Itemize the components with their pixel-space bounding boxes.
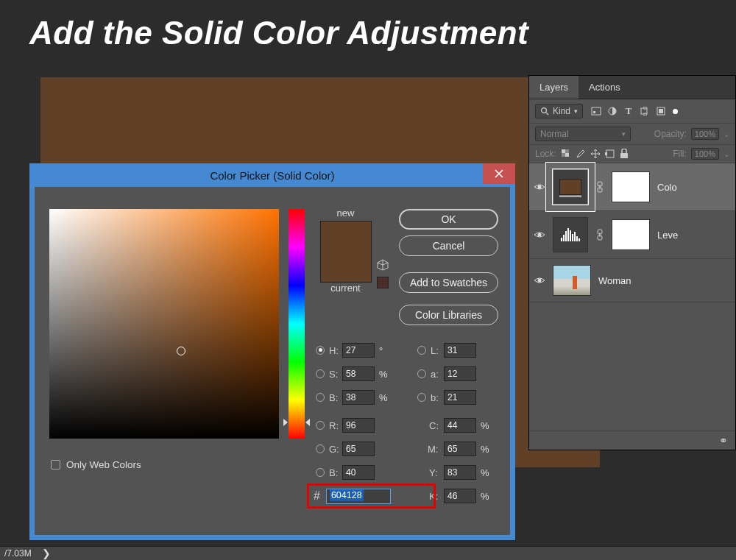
M-unit: % <box>481 444 489 455</box>
layer-mask-thumb[interactable] <box>612 219 650 250</box>
layer-row-woman[interactable]: Woman <box>529 259 735 302</box>
add-swatches-button[interactable]: Add to Swatches <box>399 272 498 293</box>
fill-input[interactable]: 100% <box>691 148 719 160</box>
R-field-row: R: <box>316 418 375 433</box>
L-radio[interactable] <box>417 346 426 355</box>
M-input[interactable] <box>444 442 476 456</box>
filter-toggle-icon[interactable] <box>673 109 678 114</box>
svg-rect-11 <box>565 153 569 157</box>
C-input[interactable] <box>444 418 476 433</box>
M-field-row: M: % <box>428 442 489 456</box>
hue-slider[interactable] <box>289 209 305 439</box>
lock-artboard-icon[interactable] <box>605 149 615 159</box>
lock-all-icon[interactable] <box>620 149 629 159</box>
filter-adjustment-icon[interactable] <box>606 106 618 116</box>
color-libraries-button[interactable]: Color Libraries <box>399 305 498 325</box>
blab-field-row: b: <box>417 390 476 405</box>
opacity-input[interactable]: 100% <box>691 128 719 140</box>
layer-row-levels[interactable]: Leve <box>529 211 735 259</box>
layer-thumb[interactable] <box>553 217 588 252</box>
new-color-swatch[interactable] <box>321 221 371 252</box>
Y-input[interactable] <box>444 465 476 480</box>
lock-move-icon[interactable] <box>590 149 601 159</box>
blab-radio[interactable] <box>417 393 426 402</box>
close-icon <box>495 169 503 178</box>
visibility-icon[interactable] <box>534 274 545 286</box>
layer-row-colorfill[interactable]: Colo <box>529 163 735 211</box>
S-input[interactable] <box>342 366 375 381</box>
H-unit: ° <box>379 345 383 356</box>
fill-label: Fill: <box>673 149 687 159</box>
lock-transparency-icon[interactable] <box>561 149 571 159</box>
link-mask-icon[interactable] <box>595 181 604 193</box>
K-unit: % <box>481 491 489 502</box>
Y-unit: % <box>481 467 489 478</box>
Brgb-radio[interactable] <box>316 468 325 477</box>
svg-rect-9 <box>659 109 663 113</box>
visibility-icon[interactable] <box>534 181 545 193</box>
visibility-icon[interactable] <box>534 229 545 241</box>
svg-point-21 <box>538 233 542 237</box>
lock-label: Lock: <box>535 149 556 159</box>
only-web-colors-checkbox[interactable] <box>51 460 60 469</box>
layer-thumb[interactable] <box>553 169 588 205</box>
C-field-row: C: % <box>429 418 489 433</box>
link-mask-icon[interactable] <box>595 229 604 241</box>
close-button[interactable] <box>483 163 515 184</box>
R-radio[interactable] <box>316 421 325 430</box>
Bhsb-field-row: B: % <box>316 390 388 405</box>
blab-input[interactable] <box>444 390 476 405</box>
filter-kind-dropdown[interactable]: Kind ▾ <box>535 104 583 118</box>
S-radio[interactable] <box>316 369 325 378</box>
K-field-row: K: % <box>429 489 489 503</box>
Bhsb-input[interactable] <box>342 390 375 405</box>
svg-line-1 <box>546 113 548 115</box>
dialog-titlebar[interactable]: Color Picker (Solid Color) <box>29 163 515 187</box>
S-unit: % <box>379 369 388 380</box>
search-icon <box>540 107 549 116</box>
H-input[interactable] <box>342 343 375 358</box>
G-input[interactable] <box>342 442 375 456</box>
svg-rect-2 <box>592 107 601 115</box>
gamut-warning-icon[interactable] <box>377 259 389 271</box>
layer-thumb[interactable] <box>553 265 591 296</box>
gamut-swatch[interactable] <box>377 277 389 288</box>
H-field-row: H: ° <box>316 343 383 358</box>
svg-rect-15 <box>605 152 607 155</box>
svg-point-17 <box>538 185 542 189</box>
only-web-colors-label: Only Web Colors <box>66 459 141 470</box>
H-radio[interactable] <box>316 346 325 355</box>
tab-layers[interactable]: Layers <box>529 76 578 99</box>
filter-shape-icon[interactable] <box>639 106 651 116</box>
filter-type-icon[interactable]: T <box>623 106 634 116</box>
Brgb-input[interactable] <box>342 465 375 480</box>
lock-brush-icon[interactable] <box>576 149 586 159</box>
tab-actions[interactable]: Actions <box>578 76 631 99</box>
color-field-cursor[interactable] <box>177 347 185 355</box>
a-radio[interactable] <box>417 369 426 378</box>
status-docsize: /7.03M <box>4 548 32 559</box>
R-input[interactable] <box>342 418 375 433</box>
color-field[interactable] <box>49 209 279 439</box>
status-chevron-icon[interactable]: ❯ <box>42 547 51 559</box>
ok-button[interactable]: OK <box>399 209 498 230</box>
Y-field-row: Y: % <box>429 465 489 480</box>
G-radio[interactable] <box>316 444 325 453</box>
link-layers-icon[interactable]: ⚭ <box>719 435 728 447</box>
current-color-swatch[interactable] <box>321 252 371 282</box>
lock-row: Lock: Fill: 100% ⌄ <box>529 145 735 163</box>
filter-smartobj-icon[interactable] <box>655 106 667 116</box>
K-input[interactable] <box>444 489 476 503</box>
svg-point-25 <box>538 279 542 283</box>
L-input[interactable] <box>444 343 476 358</box>
cancel-button[interactable]: Cancel <box>399 235 498 256</box>
Bhsb-radio[interactable] <box>316 393 325 402</box>
hex-input[interactable]: 604128 <box>326 489 391 504</box>
svg-point-0 <box>542 108 547 113</box>
layer-mask-thumb[interactable] <box>612 171 650 202</box>
dialog-title: Color Picker (Solid Color) <box>29 169 515 182</box>
a-input[interactable] <box>444 366 476 381</box>
hue-slider-handle[interactable] <box>283 419 310 426</box>
blend-mode-dropdown[interactable]: Normal▾ <box>535 127 631 141</box>
filter-pixel-icon[interactable] <box>590 106 602 116</box>
